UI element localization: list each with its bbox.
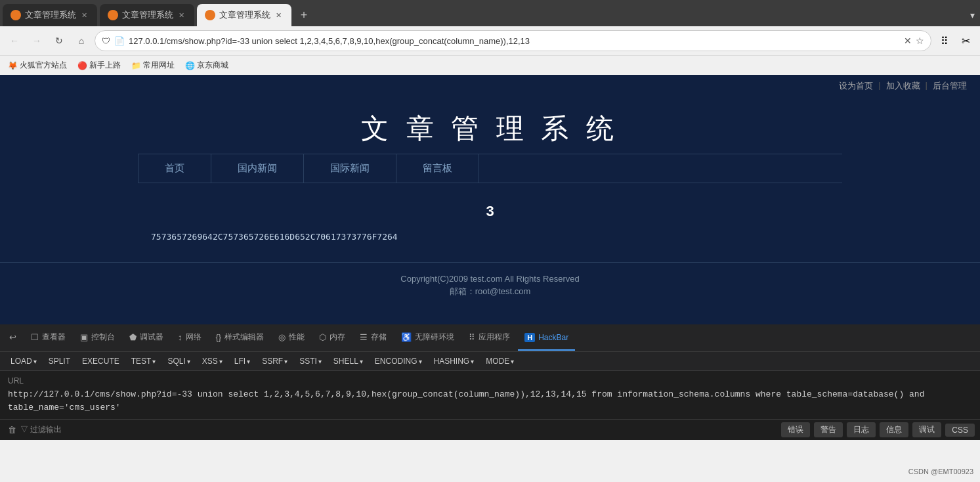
nav-domestic[interactable]: 国内新闻 <box>211 154 304 183</box>
address-clear-icon[interactable]: ✕ <box>904 35 912 46</box>
dt-tab-a11y-label: 无障碍环境 <box>415 332 454 343</box>
dt-tab-perf[interactable]: ◎ 性能 <box>272 326 311 351</box>
nav-international[interactable]: 国际新闻 <box>304 154 396 183</box>
dt-tab-console[interactable]: ▣ 控制台 <box>74 326 121 351</box>
dt-tab-debugger[interactable]: ⬟ 调试器 <box>123 326 170 351</box>
info-button[interactable]: 信息 <box>880 422 908 437</box>
newuser-bookmark-icon: 🔴 <box>77 61 87 70</box>
hackbar-bottom-bar: 🗑 ▽ 过滤输出 错误 警告 日志 信息 调试 CSS <box>0 419 980 440</box>
error-button[interactable]: 错误 <box>781 422 810 437</box>
home-button[interactable]: ⌂ <box>72 32 91 50</box>
site-nav-menu: 首页 国内新闻 国际新闻 留言板 <box>138 154 842 183</box>
forward-button[interactable]: → <box>28 32 46 50</box>
test-label: TEST <box>131 357 152 366</box>
screenshot-icon[interactable]: ✂ <box>956 32 975 50</box>
nav-right-area: ⠿ ✂ <box>935 32 975 50</box>
dt-tab-memory[interactable]: ⬡ 内存 <box>312 326 352 351</box>
hackbar-xss-button[interactable]: XSS ▾ <box>197 355 228 368</box>
dt-tab-network[interactable]: ↕ 网络 <box>171 326 208 351</box>
sep2: | <box>926 80 927 92</box>
dt-tab-perf-label: 性能 <box>289 332 305 343</box>
mode-label: MODE <box>486 357 509 366</box>
debugger-icon: ⬟ <box>129 332 137 342</box>
bookmark-common-label: 常用网址 <box>143 60 175 71</box>
jd-bookmark-icon: 🌐 <box>185 61 195 70</box>
add-bookmark-link[interactable]: 加入收藏 <box>886 80 920 92</box>
back-button[interactable]: ← <box>5 32 24 50</box>
nav-home[interactable]: 首页 <box>138 154 211 183</box>
url-value[interactable]: http://127.0.0.1/cms/show.php?id=-33 uni… <box>8 388 972 414</box>
hackbar-ssrf-button[interactable]: SSRF ▾ <box>257 355 293 368</box>
tab-bar: 文章管理系统 ✕ 文章管理系统 ✕ 文章管理系统 ✕ + ▾ <box>0 0 980 26</box>
bookmark-jd[interactable]: 🌐 京东商城 <box>182 58 231 72</box>
hackbar-lfi-button[interactable]: LFI ▾ <box>229 355 255 368</box>
dt-tab-hackbar[interactable]: H HackBar <box>518 326 575 351</box>
hackbar-split-button[interactable]: SPLIT <box>43 355 75 368</box>
tab-1-close[interactable]: ✕ <box>79 10 89 20</box>
css-button[interactable]: CSS <box>945 424 975 437</box>
tab-2-close[interactable]: ✕ <box>176 10 186 20</box>
page-content: 设为首页 | 加入收藏 | 后台管理 文 章 管 理 系 统 首页 国内新闻 国… <box>0 75 980 324</box>
shell-arrow-icon: ▾ <box>360 358 363 365</box>
hackbar-mode-button[interactable]: MODE ▾ <box>480 355 519 368</box>
tab-2-label: 文章管理系统 <box>122 9 173 21</box>
tab-2[interactable]: 文章管理系统 ✕ <box>100 4 194 26</box>
dt-tab-debugger-label: 调试器 <box>140 332 163 343</box>
dt-tab-a11y[interactable]: ♿ 无障碍环境 <box>394 326 461 351</box>
ssti-label: SSTI <box>299 357 317 366</box>
tab-3[interactable]: 文章管理系统 ✕ <box>197 4 291 26</box>
bookmark-newuser[interactable]: 🔴 新手上路 <box>75 58 123 72</box>
content-area: 3 7573657269642C757365726E616D652C706173… <box>0 183 980 262</box>
warning-button[interactable]: 警告 <box>814 422 843 437</box>
site-title-area: 文 章 管 理 系 统 <box>0 97 980 154</box>
hackbar-execute-button[interactable]: EXECUTE <box>77 355 125 368</box>
refresh-button[interactable]: ↻ <box>50 32 68 50</box>
dt-tab-storage[interactable]: ☰ 存储 <box>353 326 393 351</box>
tab-1[interactable]: 文章管理系统 ✕ <box>3 4 97 26</box>
ssti-arrow-icon: ▾ <box>318 358 322 365</box>
site-title: 文 章 管 理 系 统 <box>361 110 619 147</box>
firefox-icon-tab2 <box>108 10 118 20</box>
admin-link[interactable]: 后台管理 <box>933 80 967 92</box>
nav-bar: ← → ↻ ⌂ 🛡 📄 ✕ ☆ ⠿ ✂ <box>0 26 980 55</box>
filter-icon: ▽ 过滤输出 <box>20 424 62 435</box>
dt-tab-network-label: 网络 <box>186 332 202 343</box>
dt-tab-apps[interactable]: ⠿ 应用程序 <box>462 326 517 351</box>
dt-tab-style[interactable]: {} 样式编辑器 <box>209 326 271 351</box>
debug-button[interactable]: 调试 <box>912 422 941 437</box>
hackbar-ssti-button[interactable]: SSTI ▾ <box>294 355 327 368</box>
hackbar-encoding-button[interactable]: ENCODING ▾ <box>370 355 427 368</box>
browser-chrome: 文章管理系统 ✕ 文章管理系统 ✕ 文章管理系统 ✕ + ▾ ← → ↻ ⌂ 🛡… <box>0 0 980 75</box>
log-button[interactable]: 日志 <box>847 422 876 437</box>
hackbar-load-button[interactable]: LOAD ▾ <box>5 355 42 368</box>
hackbar-panel: LOAD ▾ SPLIT EXECUTE TEST ▾ SQLI ▾ XSS ▾… <box>0 352 980 440</box>
extensions-icon[interactable]: ⠿ <box>935 32 954 50</box>
sqli-label: SQLI <box>167 357 185 366</box>
hackbar-sqli-button[interactable]: SQLI ▾ <box>162 355 195 368</box>
bookmark-star-icon[interactable]: ☆ <box>916 35 924 46</box>
bookmark-common[interactable]: 📁 常用网址 <box>129 58 177 72</box>
new-tab-button[interactable]: + <box>294 5 314 25</box>
hackbar-hashing-button[interactable]: HASHING ▾ <box>429 355 480 368</box>
hackbar-shell-button[interactable]: SHELL ▾ <box>328 355 368 368</box>
tab-expand-button[interactable]: ▾ <box>970 10 975 20</box>
dt-tab-back[interactable]: ↩ <box>3 326 23 351</box>
execute-label: EXECUTE <box>82 357 119 366</box>
set-home-link[interactable]: 设为首页 <box>839 80 873 92</box>
nav-guestbook[interactable]: 留言板 <box>396 154 479 183</box>
dt-tab-hackbar-label: HackBar <box>538 333 568 342</box>
encoding-label: ENCODING <box>375 357 417 366</box>
content-number: 3 <box>151 196 829 227</box>
firefox-bookmark-icon: 🦊 <box>8 61 18 70</box>
dt-tab-inspector[interactable]: ☐ 查看器 <box>24 326 72 351</box>
discuss-area: 🗑 ▽ 过滤输出 <box>5 424 777 435</box>
tab-3-close[interactable]: ✕ <box>273 10 284 20</box>
address-bar-container[interactable]: 🛡 📄 ✕ ☆ <box>95 30 931 51</box>
bookmark-firefox[interactable]: 🦊 火狐官方站点 <box>5 58 70 72</box>
address-input[interactable] <box>129 36 900 46</box>
hackbar-test-button[interactable]: TEST ▾ <box>126 355 161 368</box>
hackbar-icon: H <box>524 333 535 342</box>
page-footer: Copyright(C)2009 test.com All Rights Res… <box>0 262 980 309</box>
lfi-arrow-icon: ▾ <box>247 358 250 365</box>
bookmark-jd-label: 京东商城 <box>197 60 228 71</box>
